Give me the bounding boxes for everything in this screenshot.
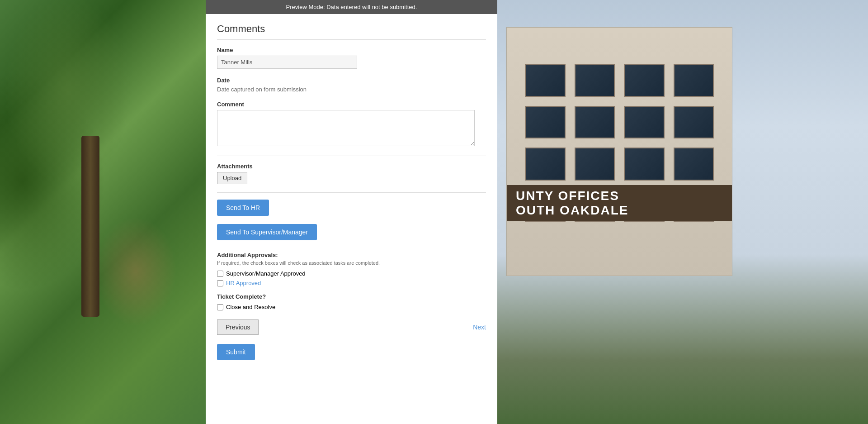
ticket-complete-title: Ticket Complete? <box>217 293 486 300</box>
comment-textarea[interactable] <box>217 110 475 146</box>
name-label: Name <box>217 47 486 53</box>
background-left <box>0 0 206 424</box>
date-helper-text: Date captured on form submission <box>217 86 486 93</box>
upload-button[interactable]: Upload <box>217 172 247 184</box>
background-right: UNTY OFFICES OUTH OAKDALE <box>497 0 868 424</box>
submit-row: Submit <box>217 339 486 360</box>
date-label: Date <box>217 77 486 84</box>
hr-approval-item: HR Approved <box>217 280 486 286</box>
comment-field-group: Comment <box>217 101 486 148</box>
close-resolve-item: Close and Resolve <box>217 304 486 310</box>
supervisor-approval-item: Supervisor/Manager Approved <box>217 270 486 277</box>
attachments-label: Attachments <box>217 163 486 170</box>
date-field-group: Date Date captured on form submission <box>217 77 486 93</box>
close-resolve-checkbox[interactable] <box>217 304 223 310</box>
next-button[interactable]: Next <box>473 324 486 331</box>
supervisor-approval-checkbox[interactable] <box>217 271 223 277</box>
send-to-supervisor-button[interactable]: Send To Supervisor/Manager <box>217 224 317 240</box>
hr-approval-label: HR Approved <box>226 280 261 286</box>
approvals-title: Additional Approvals: <box>217 252 486 258</box>
attachments-field-group: Attachments Upload <box>217 163 486 184</box>
previous-button[interactable]: Previous <box>217 319 259 335</box>
preview-banner: Preview Mode: Data entered will not be s… <box>206 0 497 14</box>
send-to-hr-button[interactable]: Send To HR <box>217 200 269 216</box>
name-field-group: Name <box>217 47 486 69</box>
form-title: Comments <box>217 23 486 40</box>
hr-approval-checkbox[interactable] <box>217 280 223 286</box>
approvals-subtitle: If required, the check boxes will check … <box>217 260 486 266</box>
section-divider <box>217 156 486 156</box>
approvals-section: Additional Approvals: If required, the c… <box>217 252 486 286</box>
name-input[interactable] <box>217 56 357 69</box>
submit-button[interactable]: Submit <box>217 344 255 360</box>
form-panel: Preview Mode: Data entered will not be s… <box>206 0 497 424</box>
supervisor-approval-label: Supervisor/Manager Approved <box>226 270 306 277</box>
close-resolve-label: Close and Resolve <box>226 304 275 310</box>
building-sign: UNTY OFFICES OUTH OAKDALE <box>516 189 629 218</box>
comment-label: Comment <box>217 101 486 108</box>
section-divider-2 <box>217 192 486 193</box>
navigation-row: Previous Next <box>217 315 486 339</box>
building-image: UNTY OFFICES OUTH OAKDALE <box>506 27 732 276</box>
ticket-complete-section: Ticket Complete? Close and Resolve <box>217 293 486 310</box>
